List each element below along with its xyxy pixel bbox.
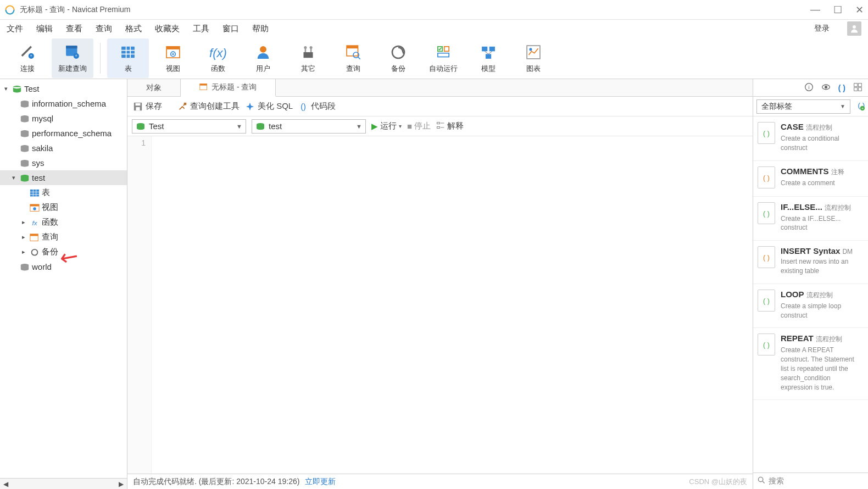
query-button[interactable]: 查询 [332, 38, 374, 78]
status-text: 自动完成代码就绪. (最后更新: 2021-10-24 19:26) [133, 477, 299, 487]
connection-selector[interactable]: Test ▼ [132, 119, 246, 134]
sidebar-scrollbar[interactable]: ◀▶ [0, 478, 127, 489]
sidebar: ▾ Test information_schema mysql performa… [0, 79, 127, 489]
menu-favorites[interactable]: 收藏夹 [155, 24, 180, 34]
backup-icon [30, 248, 40, 256]
editor-toolbar: 保存 查询创建工具 美化 SQL () 代码段 [127, 97, 753, 116]
menu-query[interactable]: 查询 [96, 24, 112, 34]
editor-tabs: 对象 无标题 - 查询 [127, 79, 753, 97]
tree-db-performance-schema[interactable]: performance_schema [0, 126, 127, 141]
right-pane-icons: i ( ) [753, 79, 868, 97]
chart-button[interactable]: 图表 [513, 38, 554, 78]
minimize-button[interactable]: — [810, 4, 820, 16]
login-link[interactable]: 登录 [814, 24, 830, 34]
svg-rect-30 [444, 46, 449, 51]
tree-db-world[interactable]: world [0, 259, 127, 274]
table-button[interactable]: 表 [107, 38, 149, 78]
menu-tools[interactable]: 工具 [193, 24, 209, 34]
svg-point-65 [825, 85, 827, 88]
snippet-file-icon: ( ) [758, 122, 775, 144]
model-button[interactable]: 模型 [468, 38, 509, 78]
menu-window[interactable]: 窗口 [222, 24, 239, 34]
eye-icon[interactable] [821, 82, 831, 93]
snippet-if-else[interactable]: ( ) IF...ELSE...流程控制Create a IF...ELSE..… [753, 197, 868, 241]
stop-button[interactable]: ■停止 [407, 121, 431, 131]
grid-icon[interactable] [853, 82, 863, 93]
database-selector[interactable]: test ▼ [252, 119, 366, 134]
sql-editor[interactable]: 1 [127, 136, 753, 474]
tag-filter-select[interactable]: 全部标签 ▼ [756, 99, 850, 114]
snippet-case[interactable]: ( ) CASE流程控制Create a conditional constru… [753, 116, 868, 161]
svg-line-35 [485, 51, 488, 54]
code-snippets-button[interactable]: () 代码段 [298, 101, 336, 112]
function-button[interactable]: f(x) 函数 [197, 38, 239, 78]
titlebar: 无标题 - 查询 - Navicat Premium — ☐ ✕ [0, 0, 868, 20]
svg-rect-55 [136, 107, 140, 110]
tree-db-mysql[interactable]: mysql [0, 111, 127, 126]
svg-rect-34 [486, 54, 491, 59]
new-query-button[interactable]: + 新建查询 [52, 38, 93, 78]
info-icon[interactable]: i [804, 82, 814, 93]
beautify-sql-button[interactable]: 美化 SQL [245, 101, 293, 112]
snippet-insert[interactable]: ( ) INSERT SyntaxDMInsert new rows into … [753, 241, 868, 284]
other-button[interactable]: 其它 [287, 38, 329, 78]
backup-button[interactable]: 备份 [377, 38, 419, 78]
tab-query-untitled[interactable]: 无标题 - 查询 [181, 79, 276, 97]
maximize-button[interactable]: ☐ [833, 4, 842, 16]
tree-db-sakila[interactable]: sakila [0, 141, 127, 155]
svg-point-50 [32, 249, 38, 255]
tab-objects[interactable]: 对象 [127, 79, 181, 96]
snippet-loop[interactable]: ( ) LOOP流程控制Create a simple loop constru… [753, 284, 868, 329]
connection-tree[interactable]: ▾ Test information_schema mysql performa… [0, 79, 127, 478]
view-icon [30, 204, 40, 212]
tree-queries[interactable]: ▸查询 [0, 230, 127, 244]
connect-button[interactable]: + 连接 [7, 38, 48, 78]
close-button[interactable]: ✕ [855, 4, 864, 16]
snippet-search[interactable]: 搜索 [753, 473, 868, 489]
explain-button[interactable]: 解释 [436, 121, 464, 131]
separator [100, 43, 101, 74]
snippet-comments[interactable]: ( ) COMMENTS注释Create a comment [753, 161, 868, 197]
chevron-down-icon: ▼ [236, 123, 242, 130]
snippet-file-icon: ( ) [758, 246, 775, 268]
connection-icon [12, 85, 22, 93]
menu-format[interactable]: 格式 [125, 24, 142, 34]
code-area[interactable] [152, 136, 753, 474]
view-button[interactable]: 视图 [152, 38, 194, 78]
database-icon [20, 130, 30, 137]
menubar: 文件 编辑 查看 查询 格式 收藏夹 工具 窗口 帮助 登录 [0, 20, 868, 37]
menu-edit[interactable]: 编辑 [36, 24, 53, 34]
tree-db-test[interactable]: ▾test [0, 170, 127, 185]
snippet-repeat[interactable]: ( ) REPEAT流程控制Create A REPEAT construct.… [753, 328, 868, 400]
snippet-file-icon: ( ) [758, 334, 775, 355]
tree-backups[interactable]: ▸备份 [0, 244, 127, 259]
user-button[interactable]: 用户 [242, 38, 284, 78]
tree-connection[interactable]: ▾ Test [0, 81, 127, 96]
add-snippet-icon[interactable]: ( )+ [854, 100, 865, 113]
menu-file[interactable]: 文件 [7, 24, 23, 34]
autorun-button[interactable]: 自动运行 [422, 38, 464, 78]
update-link[interactable]: 立即更新 [305, 477, 336, 487]
menu-view[interactable]: 查看 [66, 24, 82, 34]
svg-text:+: + [75, 54, 77, 58]
tree-views[interactable]: 视图 [0, 200, 127, 215]
svg-point-19 [260, 46, 266, 52]
query-tab-icon [199, 82, 208, 93]
snippet-list[interactable]: ( ) CASE流程控制Create a conditional constru… [753, 116, 868, 473]
svg-rect-39 [30, 189, 39, 196]
tree-tables[interactable]: 表 [0, 185, 127, 200]
avatar-icon[interactable] [847, 21, 861, 36]
save-button[interactable]: 保存 [133, 101, 162, 112]
svg-rect-32 [482, 46, 487, 51]
database-icon [20, 263, 30, 271]
parentheses-icon[interactable]: ( ) [838, 84, 845, 92]
run-button[interactable]: ▶运行▾ [371, 121, 402, 131]
tree-db-sys[interactable]: sys [0, 155, 127, 170]
svg-line-36 [488, 51, 492, 54]
query-builder-button[interactable]: 查询创建工具 [177, 101, 240, 112]
database-icon [20, 115, 30, 123]
tree-functions[interactable]: ▸fx函数 [0, 215, 127, 230]
svg-text:(): () [301, 102, 306, 110]
tree-db-information-schema[interactable]: information_schema [0, 96, 127, 111]
menu-help[interactable]: 帮助 [252, 24, 269, 34]
